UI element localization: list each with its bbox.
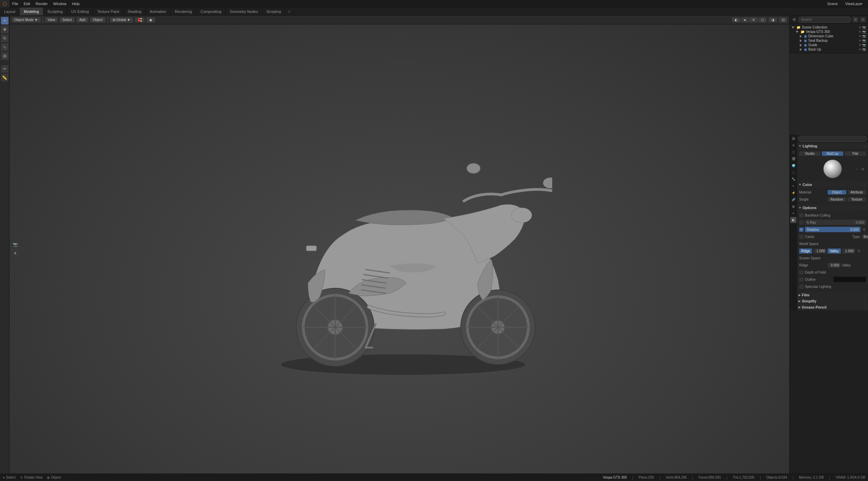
tool-annotate[interactable]: ✏	[1, 65, 8, 73]
outline-checkbox[interactable]	[799, 277, 804, 282]
outliner-scene-collection[interactable]: 📁 Scene Collection 👁 📷	[790, 25, 868, 30]
shadow-gear-icon[interactable]: ⚙	[863, 227, 866, 232]
shading-wireframe[interactable]: ◻	[758, 17, 767, 22]
lighting-flat-btn[interactable]: Flat	[845, 151, 866, 156]
proportional-toggle[interactable]: ◉	[147, 17, 155, 22]
xray-checkbox[interactable]	[799, 220, 804, 225]
overlay-toggle[interactable]: ◑	[769, 17, 777, 22]
transform-orientation[interactable]: ⊞ Global ▼	[110, 17, 133, 22]
props-tab-render[interactable]: 🎥	[790, 135, 796, 142]
simplify-options-icon[interactable]: ⋮⋮	[860, 299, 867, 303]
menu-window[interactable]: Window	[51, 1, 69, 6]
shading-solid[interactable]: ◐	[732, 17, 740, 22]
props-tab-shading[interactable]: ◐	[790, 217, 796, 223]
outliner-vespa[interactable]: 📁 Vespa GTS 300 👁 📷	[794, 30, 868, 34]
props-tab-constraints[interactable]: 🔗	[790, 197, 796, 203]
tab-layout[interactable]: Layout	[0, 7, 20, 15]
props-tab-output[interactable]: 🖥	[790, 142, 796, 148]
menu-file[interactable]: File	[9, 1, 21, 6]
props-search-input[interactable]	[798, 136, 867, 142]
lighting-matcap-btn[interactable]: MatCap	[822, 151, 843, 156]
object-mode-selector[interactable]: Object Mode ▼	[12, 17, 41, 22]
menu-help[interactable]: Help	[69, 1, 82, 6]
simplify-section-header[interactable]: ▶ Simplify ⋮⋮	[797, 298, 868, 304]
tab-animation[interactable]: Animation	[146, 7, 171, 15]
lighting-options-icon[interactable]: ⋮⋮	[860, 144, 867, 148]
tab-texture-paint[interactable]: Texture Paint	[93, 7, 123, 15]
shadow-slider[interactable]: Shadow 0.500	[805, 227, 861, 232]
xray-toggle[interactable]: ⊡	[779, 17, 787, 22]
film-options-icon[interactable]: ⋮⋮	[860, 293, 867, 297]
lighting-section-header[interactable]: ▼ Lighting ⋮⋮	[797, 143, 868, 149]
tab-sculpting[interactable]: Sculpting	[43, 7, 67, 15]
grease-pencil-section-header[interactable]: ▶ Grease Pencil ⋮⋮	[797, 304, 868, 310]
dof-checkbox[interactable]	[799, 270, 804, 275]
tab-compositing[interactable]: Compositing	[196, 7, 226, 15]
select-menu[interactable]: Select	[60, 17, 75, 22]
world-space-gear-icon[interactable]: ⚙	[857, 249, 861, 253]
viewport-3d[interactable]: 📷 ☀	[9, 24, 789, 474]
gp-options-icon[interactable]: ⋮⋮	[860, 306, 867, 309]
scene-selector[interactable]: Scene	[825, 1, 841, 6]
outliner-options-btn[interactable]: ☰	[852, 17, 859, 23]
outliner-backup[interactable]: ▣ Back Up 👁 📷	[798, 47, 868, 52]
tab-add[interactable]: +	[285, 8, 293, 15]
cavity-type-dropdown[interactable]: Both ▼	[862, 235, 868, 239]
vespa-vis-icon[interactable]: 👁	[859, 30, 862, 34]
tool-cursor[interactable]: ✛	[1, 17, 8, 24]
matcap-sphere[interactable]	[823, 160, 842, 178]
tool-scale[interactable]: ⤡	[1, 43, 8, 51]
guide-vis-icon[interactable]: 👁	[859, 43, 862, 47]
matcap-settings-icon[interactable]: ⚙	[861, 167, 865, 171]
view-layer-selector[interactable]: ViewLayer	[843, 1, 865, 6]
matcap-flip-icon[interactable]: ↔	[855, 167, 859, 171]
backface-culling-checkbox[interactable]	[799, 213, 804, 218]
render-icon[interactable]: 📷	[862, 26, 866, 29]
tab-geometry-nodes[interactable]: Geometry Nodes	[226, 7, 262, 15]
guide-render-icon[interactable]: 📷	[862, 43, 866, 47]
outline-color-swatch[interactable]	[833, 277, 866, 282]
visibility-icon[interactable]: 👁	[859, 26, 862, 29]
dc-vis-icon[interactable]: 👁	[859, 35, 862, 38]
sb-render-icon[interactable]: 📷	[862, 39, 866, 42]
options-section-header[interactable]: ▼ Options ⋮⋮	[797, 205, 868, 211]
snap-toggle[interactable]: 🧲	[135, 17, 144, 22]
ridge-world-btn[interactable]: Ridge	[799, 248, 812, 254]
tool-measure[interactable]: 📏	[1, 74, 8, 81]
shadow-checkbox[interactable]: ✓	[799, 227, 804, 232]
scooter-canvas[interactable]	[9, 24, 789, 474]
object-menu[interactable]: Object	[90, 17, 105, 22]
bu-vis-icon[interactable]: 👁	[859, 48, 862, 51]
props-tab-modifier[interactable]: 🔧	[790, 176, 796, 182]
outliner-filter-btn[interactable]: ⊟	[860, 17, 866, 23]
dc-render-icon[interactable]: 📷	[862, 35, 866, 38]
color-section-header[interactable]: ▼ Color ⋮⋮	[797, 182, 868, 188]
film-section-header[interactable]: ▶ Film ⋮⋮	[797, 292, 868, 298]
shading-rendered[interactable]: ☀	[749, 17, 758, 22]
color-texture-btn[interactable]: Texture	[848, 197, 866, 202]
view-menu[interactable]: View	[45, 17, 58, 22]
color-random-btn[interactable]: Random	[828, 197, 846, 202]
outliner-search-input[interactable]	[798, 17, 851, 23]
outliner-filter-icon[interactable]: ⊞	[792, 17, 797, 22]
gizmo-lights[interactable]: ☀	[12, 250, 19, 257]
add-menu[interactable]: Add	[77, 17, 88, 22]
props-tab-physics[interactable]: ⚡	[790, 190, 796, 196]
props-tab-material[interactable]: ●	[790, 210, 796, 216]
options-options-icon[interactable]: ⋮⋮	[860, 206, 867, 210]
tab-rendering[interactable]: Rendering	[171, 7, 196, 15]
menu-edit[interactable]: Edit	[21, 1, 33, 6]
props-tab-particles[interactable]: ✦	[790, 183, 796, 189]
ridge-world-value[interactable]: 1.000	[813, 248, 826, 254]
props-tab-view-layer[interactable]: ◫	[790, 149, 796, 155]
menu-render[interactable]: Render	[33, 1, 51, 6]
valley-world-btn[interactable]: Valley	[828, 248, 841, 254]
tool-move[interactable]: ✥	[1, 26, 8, 33]
bu-render-icon[interactable]: 📷	[862, 48, 866, 51]
props-tab-world[interactable]: 🌍	[790, 163, 796, 169]
cavity-checkbox[interactable]	[799, 235, 804, 239]
material-object-btn[interactable]: Object	[828, 190, 846, 195]
tool-transform[interactable]: ⊞	[1, 52, 8, 60]
material-attribute-btn[interactable]: Attribute	[848, 190, 866, 195]
tool-rotate[interactable]: ↻	[1, 35, 8, 42]
